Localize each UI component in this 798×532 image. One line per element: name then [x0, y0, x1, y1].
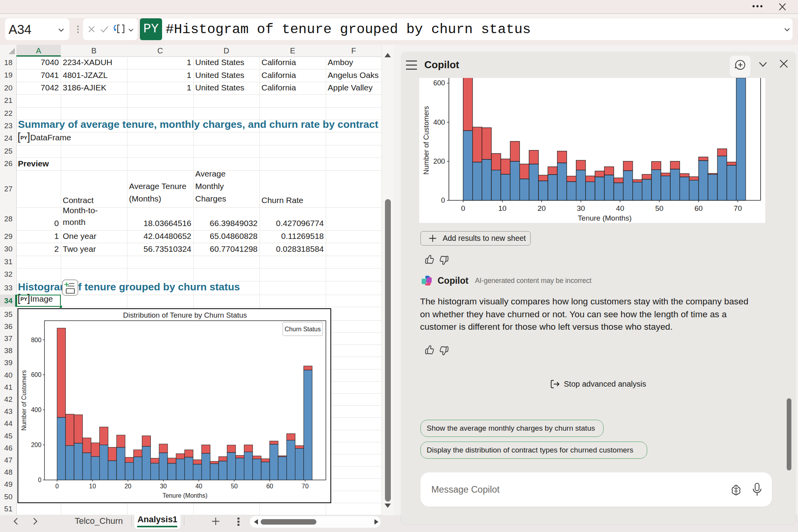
- svg-text:30: 30: [160, 483, 167, 490]
- svg-text:60: 60: [266, 483, 273, 490]
- svg-text:400: 400: [31, 407, 41, 413]
- svg-text:20: 20: [124, 483, 131, 490]
- svg-text:Tenure (Months): Tenure (Months): [162, 492, 207, 499]
- svg-text:Churn Status: Churn Status: [284, 326, 321, 332]
- svg-text:50: 50: [655, 204, 664, 212]
- svg-text:70: 70: [302, 483, 309, 490]
- svg-text:30: 30: [577, 204, 585, 212]
- svg-text:50: 50: [231, 483, 238, 490]
- svg-text:600: 600: [433, 79, 445, 87]
- svg-text:Number of Customers: Number of Customers: [422, 106, 430, 175]
- svg-text:200: 200: [31, 442, 41, 448]
- svg-text:Tenure (Months): Tenure (Months): [578, 214, 632, 222]
- svg-text:70: 70: [734, 204, 742, 212]
- svg-text:60: 60: [694, 204, 703, 212]
- svg-text:400: 400: [433, 118, 445, 126]
- svg-text:0: 0: [38, 477, 41, 483]
- svg-text:20: 20: [537, 204, 546, 212]
- svg-text:10: 10: [89, 483, 96, 490]
- svg-text:0: 0: [461, 204, 465, 212]
- svg-text:40: 40: [616, 204, 624, 212]
- svg-text:0: 0: [55, 483, 59, 490]
- svg-text:600: 600: [31, 371, 41, 378]
- svg-text:10: 10: [498, 204, 507, 212]
- svg-text:Number of Customers: Number of Customers: [21, 370, 27, 430]
- svg-text:800: 800: [31, 337, 41, 343]
- svg-text:200: 200: [433, 157, 445, 165]
- svg-text:40: 40: [195, 483, 202, 490]
- svg-text:0: 0: [441, 196, 445, 204]
- svg-text:Distribution of Tenure by Chur: Distribution of Tenure by Churn Status: [123, 311, 247, 319]
